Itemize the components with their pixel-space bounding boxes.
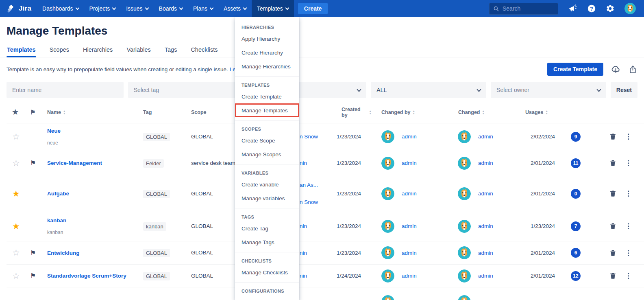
delete-trash-icon[interactable] (609, 133, 617, 140)
template-name-link[interactable]: Entwicklung (47, 250, 138, 256)
changed-by-link[interactable]: admin (478, 160, 493, 166)
template-name-link[interactable]: kanban (47, 217, 138, 223)
create-button[interactable]: Create (298, 3, 328, 14)
import-download-icon[interactable] (611, 64, 621, 74)
user-avatar[interactable] (624, 3, 636, 14)
name-filter[interactable] (7, 82, 124, 98)
tag-filter-select[interactable]: Select tag (128, 82, 245, 98)
menu-item-create-hierarchy[interactable]: Create Hierarchy (235, 46, 299, 59)
delete-trash-icon[interactable] (609, 272, 617, 280)
column-header-changed[interactable]: Changed▲▼ (448, 109, 520, 115)
owner-filter-select[interactable]: Select owner (491, 82, 606, 98)
menu-item-manage-scopes[interactable]: Manage Scopes (235, 147, 299, 161)
menu-item-manage-tags[interactable]: Manage Tags (235, 235, 299, 249)
menu-item-manage-templates[interactable]: Manage Templates (235, 103, 299, 117)
tab-checklists[interactable]: Checklists (190, 43, 218, 57)
created-by-link[interactable]: admin (402, 273, 417, 279)
nav-item-dashboards[interactable]: Dashboards (37, 0, 84, 17)
created-by-link[interactable]: admin (402, 160, 417, 166)
star-outline-icon[interactable]: ☆ (12, 132, 20, 141)
menu-item-manage-hierarchies[interactable]: Manage Hierarchies (235, 59, 299, 73)
search-input[interactable] (503, 5, 549, 12)
star-filled-icon[interactable]: ★ (12, 189, 20, 198)
tag-chip: kanban (143, 222, 166, 231)
delete-trash-icon[interactable] (609, 222, 617, 230)
announcements-icon[interactable] (568, 4, 577, 13)
menu-item-permissions[interactable]: Permissions (235, 296, 299, 300)
menu-item-create-template[interactable]: Create Template (235, 90, 299, 103)
flag-icon[interactable]: ⚑ (30, 160, 36, 166)
column-header-usages[interactable]: Usages▲▼ (520, 109, 566, 115)
star-outline-icon[interactable]: ☆ (12, 248, 20, 257)
owner-link[interactable]: n Snow (300, 134, 332, 140)
menu-section-scopes: SCOPESCreate ScopeManage Scopes (235, 120, 299, 164)
changed-by-link[interactable]: admin (478, 191, 493, 197)
menu-item-create-scope[interactable]: Create Scope (235, 134, 299, 147)
owner-link[interactable]: an As... (300, 182, 332, 188)
changed-by-link[interactable]: admin (478, 134, 493, 140)
name-filter-input[interactable] (12, 87, 118, 93)
changed-by-link[interactable]: admin (478, 223, 493, 229)
owner-link[interactable]: nin (300, 223, 332, 229)
template-name-link[interactable]: Standardvorlage Scrum+Story (47, 273, 138, 279)
export-share-icon[interactable] (628, 65, 637, 74)
flag-icon[interactable]: ⚑ (30, 250, 36, 256)
search-box[interactable] (489, 3, 558, 15)
more-options-kebab-icon[interactable]: ⋮ (625, 159, 632, 167)
owner-link[interactable]: nin (300, 160, 332, 166)
changed-by-link[interactable]: admin (478, 250, 493, 256)
table-row-partial (7, 287, 644, 300)
menu-item-manage-variables[interactable]: Manage variables (235, 191, 299, 205)
tab-scopes[interactable]: Scopes (49, 43, 70, 57)
more-options-kebab-icon[interactable]: ⋮ (625, 272, 632, 280)
status-filter-select[interactable]: ALL (371, 82, 486, 98)
delete-trash-icon[interactable] (609, 159, 617, 167)
template-name-link[interactable]: Neue (47, 128, 138, 134)
owner-link[interactable]: n Snow (300, 199, 332, 205)
header-star-icon[interactable]: ★ (7, 108, 24, 116)
help-icon[interactable]: ? (587, 4, 596, 13)
tab-hierarchies[interactable]: Hierarchies (83, 43, 113, 57)
nav-item-plans[interactable]: Plans (188, 0, 218, 17)
owner-link[interactable]: nin (300, 273, 332, 279)
more-options-kebab-icon[interactable]: ⋮ (625, 132, 632, 141)
more-options-kebab-icon[interactable]: ⋮ (625, 189, 632, 198)
header-flag-icon[interactable]: ⚑ (24, 109, 41, 116)
menu-item-manage-checklists[interactable]: Manage Checklists (235, 265, 299, 279)
reset-button[interactable]: Reset (611, 82, 637, 98)
tab-variables[interactable]: Variables (126, 43, 151, 57)
column-header-name[interactable]: Name▲▼ (41, 109, 138, 115)
template-name-link[interactable]: Aufgabe (47, 191, 138, 197)
delete-trash-icon[interactable] (609, 190, 617, 197)
created-by-link[interactable]: admin (402, 191, 417, 197)
tab-tags[interactable]: Tags (164, 43, 178, 57)
nav-item-boards[interactable]: Boards (154, 0, 188, 17)
settings-gear-icon[interactable] (606, 4, 615, 13)
delete-trash-icon[interactable] (609, 249, 617, 257)
owner-link[interactable]: nin (300, 250, 332, 256)
star-outline-icon[interactable]: ☆ (12, 158, 20, 168)
column-header-changed-by[interactable]: Changed by▲▼ (372, 109, 448, 115)
star-filled-icon[interactable]: ★ (12, 221, 20, 231)
create-template-button[interactable]: Create Template (547, 63, 603, 76)
menu-item-apply-hierarchy[interactable]: Apply Hierarchy (235, 32, 299, 46)
created-by-link[interactable]: admin (402, 134, 417, 140)
created-by-link[interactable]: admin (402, 250, 417, 256)
column-header-tag[interactable]: Tag (138, 109, 186, 115)
nav-item-assets[interactable]: Assets (218, 0, 252, 17)
jira-logo[interactable]: Jira (6, 0, 37, 17)
more-options-kebab-icon[interactable]: ⋮ (625, 222, 632, 230)
star-outline-icon[interactable]: ☆ (12, 271, 20, 280)
nav-item-issues[interactable]: Issues (121, 0, 153, 17)
tab-templates[interactable]: Templates (7, 43, 36, 57)
menu-item-create-variable[interactable]: Create variable (235, 177, 299, 191)
flag-icon[interactable]: ⚑ (30, 272, 36, 279)
nav-item-projects[interactable]: Projects (84, 0, 121, 17)
more-options-kebab-icon[interactable]: ⋮ (625, 249, 632, 257)
changed-by-link[interactable]: admin (478, 273, 493, 279)
template-name-link[interactable]: Service-Management (47, 160, 138, 166)
column-header-created-by[interactable]: Created by▲▼ (332, 107, 372, 118)
menu-item-create-tag[interactable]: Create Tag (235, 221, 299, 235)
created-by-link[interactable]: admin (402, 223, 417, 229)
nav-item-templates[interactable]: Templates (252, 0, 294, 17)
